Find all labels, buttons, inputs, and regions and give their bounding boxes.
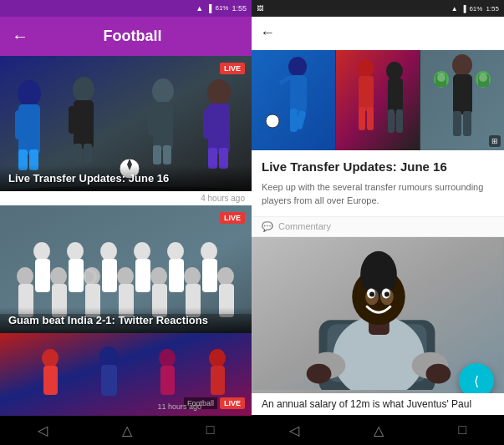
svg-point-104: [369, 291, 374, 296]
time-left: 1:55: [232, 4, 247, 13]
header-left: ← Football: [0, 17, 252, 56]
svg-point-99: [360, 250, 397, 297]
status-bar-right: 🖼 ▲ ▐ 61% 1:55: [252, 0, 504, 17]
svg-rect-21: [203, 109, 213, 139]
nav-home-right[interactable]: △: [374, 422, 384, 438]
svg-rect-79: [388, 78, 403, 114]
time-ago-1: 4 hours ago: [0, 191, 252, 205]
back-button-left[interactable]: ←: [12, 27, 28, 46]
svg-rect-17: [153, 145, 161, 164]
news-card-2[interactable]: ZD LIVE Guam beat India 2-1: Twitter Rea…: [0, 205, 252, 333]
photo-cell-1[interactable]: [252, 50, 335, 150]
svg-rect-15: [148, 108, 157, 135]
news-card-1[interactable]: LIVE Live Transfer Updates: June 16: [0, 56, 252, 191]
time-ago-3: 11 hours ago: [157, 402, 201, 411]
svg-rect-11: [74, 144, 82, 163]
live-badge-2: LIVE: [220, 212, 245, 224]
right-panel: 🖼 ▲ ▐ 61% 1:55 ←: [252, 0, 504, 445]
svg-rect-29: [35, 259, 50, 292]
svg-point-57: [42, 349, 59, 367]
svg-rect-12: [84, 144, 92, 163]
svg-point-38: [201, 242, 217, 260]
live-badge-3: LIVE: [220, 397, 245, 409]
svg-point-78: [386, 62, 403, 80]
bottom-article-title: An annual salary of 12m is what Juventus…: [252, 393, 504, 415]
svg-point-36: [167, 242, 184, 260]
svg-point-28: [33, 242, 50, 260]
card-overlay-1: Live Transfer Updates: June 16: [0, 165, 252, 191]
svg-point-59: [99, 346, 118, 367]
big-photo-section: ⟨ An annual salary of 12m is what Juvent…: [252, 237, 504, 416]
battery-left: 61%: [215, 4, 228, 12]
svg-point-40: [17, 267, 33, 286]
svg-point-74: [357, 59, 374, 78]
svg-point-7: [73, 77, 94, 102]
nav-back-right[interactable]: ◁: [289, 422, 299, 438]
svg-point-13: [152, 78, 174, 104]
svg-point-50: [184, 267, 201, 286]
bottom-nav-left: ◁ △ □: [0, 416, 252, 445]
card-1-title: Live Transfer Updates: June 16: [8, 172, 243, 185]
left-panel: ▲ ▐ 61% 1:55 ← Football: [0, 0, 252, 445]
svg-rect-37: [169, 259, 184, 292]
svg-rect-58: [43, 366, 58, 395]
svg-point-48: [150, 267, 167, 286]
article-section: Live Transfer Updates: June 16 Keep up w…: [252, 150, 504, 217]
share-icon: ⟨: [474, 373, 479, 389]
svg-rect-9: [69, 106, 78, 134]
status-bar-left: ▲ ▐ 61% 1:55: [0, 0, 252, 17]
page-title: Football: [42, 28, 223, 45]
svg-point-32: [100, 242, 117, 260]
photo-cell-2[interactable]: [336, 50, 420, 150]
svg-rect-16: [160, 108, 170, 135]
svg-point-92: [479, 73, 487, 82]
svg-rect-75: [359, 76, 374, 111]
svg-rect-67: [290, 75, 307, 113]
svg-point-52: [217, 267, 234, 286]
image-icon: 🖼: [257, 5, 263, 13]
svg-rect-10: [81, 106, 90, 134]
article-excerpt: Keep up with the several transfer rumour…: [262, 180, 494, 208]
nav-square-right[interactable]: □: [459, 422, 467, 437]
svg-point-83: [452, 54, 472, 76]
photo-cell-3[interactable]: ⊞: [420, 50, 504, 150]
svg-point-66: [288, 57, 307, 77]
svg-rect-35: [135, 259, 150, 292]
time-right: 1:55: [486, 5, 499, 13]
header-right: ←: [252, 17, 504, 50]
svg-point-1: [18, 80, 41, 107]
svg-point-46: [117, 267, 134, 286]
svg-rect-3: [15, 110, 25, 139]
signal-icon-right: ▐: [461, 5, 466, 13]
article-title: Live Transfer Updates: June 16: [262, 159, 494, 175]
svg-rect-89: [453, 111, 461, 136]
battery-right: 61%: [469, 5, 482, 13]
live-badge-1: LIVE: [220, 63, 245, 74]
bottom-nav-right: ◁ △ □: [252, 415, 504, 445]
svg-rect-62: [160, 366, 175, 395]
back-button-right[interactable]: ←: [260, 24, 275, 42]
svg-point-19: [207, 79, 231, 106]
nav-square-left[interactable]: □: [206, 422, 215, 437]
svg-point-63: [209, 349, 226, 367]
commentary-bar: 💬 Commentary: [252, 217, 504, 237]
svg-point-72: [266, 114, 279, 128]
svg-rect-84: [453, 74, 472, 114]
svg-rect-22: [216, 109, 227, 139]
svg-rect-4: [28, 110, 38, 139]
commentary-icon: 💬: [262, 221, 273, 232]
wifi-icon-right: ▲: [451, 5, 458, 13]
svg-rect-81: [396, 109, 403, 133]
nav-home-left[interactable]: △: [122, 422, 132, 438]
nav-back-left[interactable]: ◁: [38, 422, 48, 438]
card-overlay-2: Guam beat India 2-1: Twitter Reactions: [0, 307, 252, 333]
svg-rect-73: [336, 50, 420, 150]
news-card-3[interactable]: Football LIVE 11 hours ago: [0, 333, 252, 415]
svg-rect-80: [388, 109, 395, 133]
commentary-label: Commentary: [278, 221, 331, 231]
svg-rect-90: [463, 111, 471, 136]
svg-rect-39: [202, 259, 217, 292]
svg-rect-60: [101, 365, 117, 396]
wifi-icon: ▲: [196, 4, 203, 13]
svg-point-91: [437, 73, 445, 82]
